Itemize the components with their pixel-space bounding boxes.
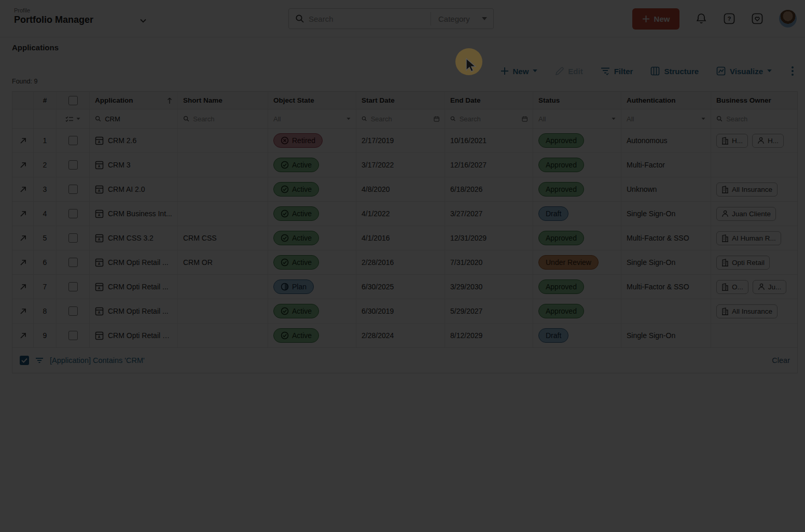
- owner-chip-organization[interactable]: Opti Retail: [716, 256, 770, 270]
- application-cell[interactable]: A CRM Opti Retail ...: [90, 275, 178, 299]
- header-start-date[interactable]: Start Date: [356, 92, 445, 109]
- status-cell: Approved: [533, 275, 621, 299]
- owner-chip-person[interactable]: Ju...: [753, 280, 787, 294]
- filter-button[interactable]: Filter: [601, 67, 633, 76]
- owner-chip-label: All Insurance: [732, 307, 772, 315]
- owner-chips: Juan Cliente: [716, 207, 776, 221]
- svg-text:?: ?: [727, 16, 731, 22]
- header-application[interactable]: Application: [90, 92, 178, 109]
- avatar[interactable]: [779, 10, 797, 27]
- filter-enabled-checkbox[interactable]: [20, 356, 29, 365]
- application-cell[interactable]: A CRM Opti Retail 3.1: [90, 324, 178, 347]
- chart-icon: [716, 66, 726, 76]
- table-row: 3 A CRM AI 2.0 Active 4/8/2020 6/18/2026: [12, 177, 797, 202]
- row-expand-cell: [12, 153, 34, 177]
- calendar-icon[interactable]: [522, 115, 528, 123]
- short-name-cell: [178, 202, 268, 226]
- open-record-arrow[interactable]: [19, 137, 27, 145]
- application-cell[interactable]: A CRM 2.6: [90, 129, 178, 152]
- svg-text:A: A: [98, 213, 101, 217]
- filter-select-mode[interactable]: [57, 109, 90, 128]
- open-record-arrow[interactable]: [19, 283, 27, 291]
- owner-chip-organization[interactable]: All Insurance: [716, 304, 778, 318]
- click-spotlight: [455, 48, 482, 75]
- filter-start-date-input[interactable]: [371, 115, 430, 123]
- status-label: Approved: [546, 136, 577, 145]
- active-icon: [281, 307, 289, 315]
- header-status[interactable]: Status: [533, 92, 621, 109]
- favorites-button[interactable]: [751, 12, 764, 25]
- global-search-input[interactable]: [309, 15, 431, 23]
- header-authentication[interactable]: Authentication: [621, 92, 711, 109]
- application-cell[interactable]: A CRM CSS 3.2: [90, 226, 178, 250]
- filter-object-state-dropdown[interactable]: All: [273, 115, 351, 123]
- row-checkbox[interactable]: [68, 306, 78, 316]
- visualize-label: Visualize: [730, 67, 763, 76]
- filter-authentication-dropdown[interactable]: All: [627, 115, 705, 123]
- screen: Profile Portfolio Manager Category New: [0, 0, 805, 532]
- application-name: CRM 2.6: [108, 136, 136, 145]
- authentication-cell: Multi-Factor & SSO: [621, 275, 711, 299]
- help-button[interactable]: ?: [723, 12, 735, 25]
- open-record-arrow[interactable]: [19, 259, 27, 267]
- applications-table: # Application Short Name Object State St…: [12, 91, 798, 373]
- owner-chip-label: Ju...: [768, 283, 782, 291]
- row-checkbox[interactable]: [68, 209, 78, 218]
- retired-icon: [281, 136, 289, 145]
- calendar-icon[interactable]: [434, 115, 439, 123]
- object-state-badge: Active: [273, 304, 319, 318]
- caret-down-icon: [701, 118, 705, 120]
- application-name: CRM Opti Retail ...: [108, 283, 169, 291]
- filter-application-input[interactable]: [105, 115, 172, 123]
- application-cell[interactable]: A CRM Opti Retail ...: [90, 299, 178, 323]
- row-checkbox[interactable]: [68, 258, 78, 267]
- owner-chip-person[interactable]: Juan Cliente: [716, 207, 776, 221]
- header-business-owner[interactable]: Business Owner: [711, 92, 797, 109]
- new-record-button[interactable]: New: [501, 67, 538, 76]
- application-icon: A: [95, 283, 104, 291]
- row-checkbox[interactable]: [68, 282, 78, 291]
- notifications-button[interactable]: [695, 12, 707, 25]
- structure-label: Structure: [664, 67, 699, 76]
- application-cell[interactable]: A CRM 3: [90, 153, 178, 177]
- filter-end-date-input[interactable]: [460, 115, 518, 123]
- end-date-cell: 6/18/2026: [445, 177, 533, 201]
- application-cell[interactable]: A CRM AI 2.0: [90, 177, 178, 201]
- header-object-state[interactable]: Object State: [268, 92, 356, 109]
- svg-text:A: A: [98, 262, 101, 265]
- more-options-button[interactable]: [789, 64, 796, 78]
- edit-button[interactable]: Edit: [555, 67, 582, 76]
- short-name-cell: [178, 153, 268, 177]
- row-checkbox[interactable]: [68, 331, 78, 340]
- clear-filter-link[interactable]: Clear: [772, 356, 790, 365]
- row-checkbox[interactable]: [68, 136, 78, 145]
- application-cell[interactable]: A CRM Business Int...: [90, 202, 178, 226]
- application-cell[interactable]: A CRM Opti Retail ...: [90, 250, 178, 274]
- row-checkbox[interactable]: [68, 185, 78, 194]
- open-record-arrow[interactable]: [19, 186, 27, 193]
- open-record-arrow[interactable]: [19, 332, 27, 340]
- category-dropdown[interactable]: Category: [431, 15, 493, 23]
- filter-short-name-input[interactable]: [193, 115, 262, 123]
- structure-button[interactable]: Structure: [650, 66, 699, 76]
- header-end-date[interactable]: End Date: [445, 92, 533, 109]
- open-record-arrow[interactable]: [19, 161, 27, 169]
- visualize-button[interactable]: Visualize: [716, 66, 772, 76]
- select-all-checkbox[interactable]: [68, 96, 78, 105]
- owner-chip-organization[interactable]: All Insurance: [716, 183, 778, 197]
- open-record-arrow[interactable]: [19, 307, 27, 315]
- new-button-top[interactable]: New: [632, 8, 679, 30]
- owner-chip-label: All Insurance: [732, 186, 772, 193]
- header-short-name[interactable]: Short Name: [178, 92, 268, 109]
- profile-switcher[interactable]: Profile Portfolio Manager: [14, 7, 147, 25]
- owner-chip-organization[interactable]: AI Human R...: [716, 231, 781, 245]
- open-record-arrow[interactable]: [19, 210, 27, 218]
- row-checkbox[interactable]: [68, 233, 78, 243]
- owner-chip-person[interactable]: H...: [752, 134, 784, 148]
- filter-status-dropdown[interactable]: All: [538, 115, 616, 123]
- filter-business-owner-input[interactable]: [726, 115, 792, 123]
- owner-chip-organization[interactable]: H...: [716, 134, 748, 148]
- row-checkbox[interactable]: [68, 160, 78, 170]
- owner-chip-organization[interactable]: O...: [716, 280, 748, 294]
- open-record-arrow[interactable]: [19, 234, 27, 242]
